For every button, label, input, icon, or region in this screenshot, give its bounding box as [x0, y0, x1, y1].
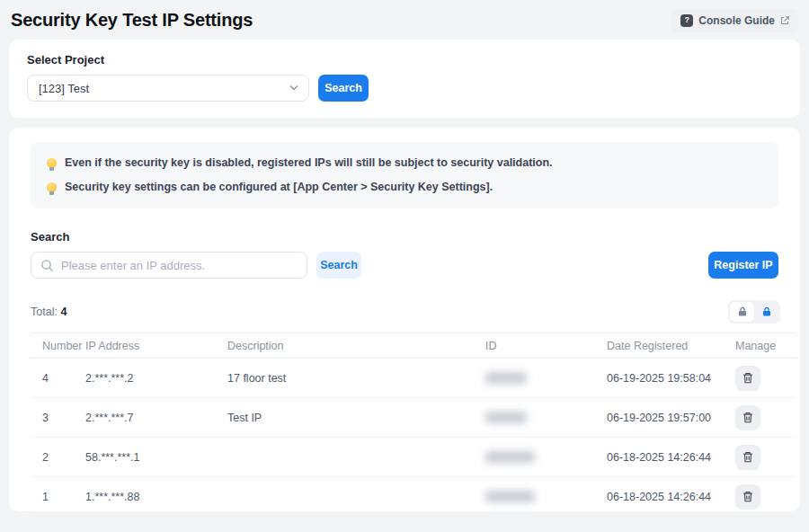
cell-date: 06-18-2025 14:26:44	[607, 438, 735, 477]
redacted-id-blob	[485, 491, 535, 502]
total-label: Total:	[31, 306, 58, 318]
cell-number: 4	[31, 359, 85, 398]
ip-search-button[interactable]: Search	[316, 252, 361, 279]
search-label: Search	[31, 230, 778, 244]
delete-ip-button[interactable]	[735, 366, 760, 391]
notice-text: Security key settings can be configured …	[65, 178, 493, 196]
lock-icon	[761, 306, 772, 317]
page-title: Security Key Test IP Settings	[11, 10, 253, 31]
table-header-row: Number IP Address Description ID Date Re…	[31, 333, 796, 359]
cell-date: 06-18-2025 14:26:44	[607, 477, 735, 517]
trash-icon	[742, 372, 753, 384]
chevron-down-icon	[289, 84, 299, 92]
table-body: 4 2.***.***.2 17 floor test 06-19-2025 1…	[31, 359, 796, 517]
col-header-manage: Manage	[735, 333, 796, 359]
cell-id	[485, 477, 607, 517]
cell-number: 2	[31, 438, 85, 477]
notice-line: Security key settings can be configured …	[47, 178, 762, 196]
col-header-number: Number	[31, 333, 85, 359]
delete-ip-button[interactable]	[735, 484, 760, 510]
trash-icon	[742, 491, 753, 502]
lock-toggle-unlocked[interactable]	[754, 302, 778, 322]
register-ip-button[interactable]: Register IP	[708, 252, 778, 279]
page-header: Security Key Test IP Settings ? Console …	[0, 0, 809, 40]
col-header-description: Description	[227, 333, 485, 359]
delete-ip-button[interactable]	[735, 445, 760, 470]
cell-ip: 2.***.***.7	[85, 398, 227, 438]
trash-icon	[742, 451, 753, 463]
total-count: Total: 4	[31, 306, 67, 318]
col-header-id: ID	[485, 333, 607, 359]
cell-manage	[735, 477, 796, 517]
cell-description: Test IP	[227, 398, 485, 438]
cell-number: 1	[31, 477, 85, 517]
cell-ip: 58.***.***.1	[85, 438, 227, 477]
col-header-date: Date Registered	[607, 333, 735, 359]
console-guide-label: Console Guide	[698, 14, 775, 27]
project-selected-value: [123] Test	[39, 82, 89, 95]
cell-description: 17 floor test	[227, 359, 485, 398]
external-link-icon	[780, 16, 789, 25]
select-project-label: Select Project	[27, 53, 782, 66]
redacted-id-blob	[485, 372, 527, 384]
lock-view-toggle	[728, 300, 780, 324]
lock-icon	[737, 306, 748, 317]
cell-number: 3	[31, 398, 85, 438]
redacted-id-blob	[485, 412, 527, 423]
lock-toggle-locked[interactable]	[730, 302, 754, 322]
cell-ip: 1.***.***.88	[85, 477, 227, 517]
cell-id	[485, 438, 607, 477]
notice-text: Even if the security key is disabled, re…	[65, 154, 553, 172]
cell-description	[227, 477, 485, 517]
guide-book-icon: ?	[680, 14, 693, 27]
main-card: Even if the security key is disabled, re…	[9, 128, 800, 511]
redacted-id-blob	[485, 451, 535, 463]
ip-search-input[interactable]	[61, 259, 298, 272]
table-row: 2 58.***.***.1 06-18-2025 14:26:44	[31, 438, 796, 477]
project-search-button[interactable]: Search	[318, 75, 369, 102]
total-value: 4	[60, 306, 67, 318]
ip-table: Number IP Address Description ID Date Re…	[31, 332, 796, 517]
table-row: 4 2.***.***.2 17 floor test 06-19-2025 1…	[31, 359, 796, 398]
cell-description	[227, 438, 485, 477]
cell-manage	[735, 438, 796, 477]
search-icon	[40, 259, 54, 272]
cell-manage	[735, 359, 796, 398]
project-select[interactable]: [123] Test	[27, 75, 309, 102]
table-row: 1 1.***.***.88 06-18-2025 14:26:44	[31, 477, 796, 517]
cell-date: 06-19-2025 19:57:00	[607, 398, 735, 438]
console-guide-button[interactable]: ? Console Guide	[671, 9, 798, 32]
lightbulb-icon	[47, 158, 57, 168]
notice-line: Even if the security key is disabled, re…	[47, 154, 762, 172]
summary-row: Total: 4	[9, 279, 800, 332]
cell-id	[485, 398, 607, 438]
ip-search-input-wrap	[31, 252, 307, 279]
trash-icon	[742, 412, 753, 423]
cell-id	[485, 359, 607, 398]
cell-date: 06-19-2025 19:58:04	[607, 359, 735, 398]
project-card: Select Project [123] Test Search	[9, 40, 800, 118]
notice-box: Even if the security key is disabled, re…	[31, 142, 778, 208]
search-section: Search Search Register IP	[9, 208, 800, 279]
col-header-ip: IP Address	[85, 333, 227, 359]
delete-ip-button[interactable]	[735, 405, 760, 430]
lightbulb-icon	[47, 182, 57, 192]
cell-manage	[735, 398, 796, 438]
table-row: 3 2.***.***.7 Test IP 06-19-2025 19:57:0…	[31, 398, 796, 438]
cell-ip: 2.***.***.2	[85, 359, 227, 398]
